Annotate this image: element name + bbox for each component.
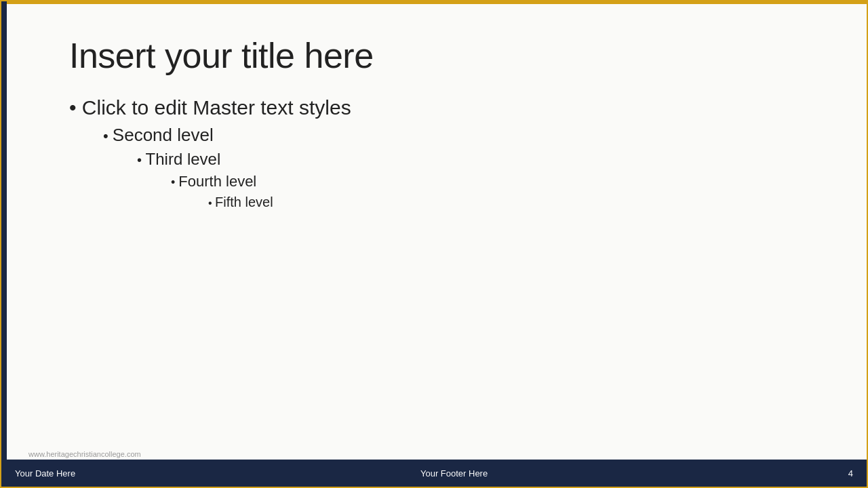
watermark: www.heritagechristiancollege.com bbox=[28, 450, 141, 458]
bullet-level-3[interactable]: Third level bbox=[137, 150, 840, 169]
slide-footer: Your Date Here Your Footer Here 4 bbox=[1, 460, 867, 487]
slide-title[interactable]: Insert your title here bbox=[69, 35, 840, 76]
footer-date: Your Date Here bbox=[15, 468, 75, 479]
bullet-level-5[interactable]: Fifth level bbox=[208, 195, 840, 210]
slide-content: Insert your title here Click to edit Mas… bbox=[28, 22, 840, 439]
left-accent-bar bbox=[1, 1, 7, 462]
bullet-level-1[interactable]: Click to edit Master text styles bbox=[69, 96, 840, 119]
footer-page-number: 4 bbox=[833, 468, 853, 479]
slide: Insert your title here Click to edit Mas… bbox=[0, 0, 868, 488]
bullet-level-4[interactable]: Fourth level bbox=[171, 173, 840, 190]
footer-text: Your Footer Here bbox=[420, 468, 488, 479]
bullet-level-2[interactable]: Second level bbox=[103, 125, 840, 146]
slide-body: Click to edit Master text styles Second … bbox=[69, 96, 840, 210]
